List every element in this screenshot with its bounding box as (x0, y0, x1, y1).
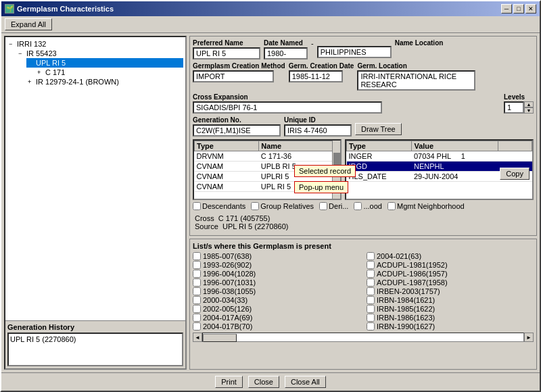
expand-all-button[interactable]: Expand All (5, 18, 52, 30)
attr-value-cell: NENPHL (412, 162, 498, 172)
table-row[interactable]: DRVNM C 171-36 (195, 151, 340, 162)
list-item[interactable]: IRBN-1986(1623) (367, 314, 534, 322)
levels-up-button[interactable]: ▲ (524, 101, 534, 107)
list-item[interactable]: ACDUPL-1986(1957) (367, 270, 534, 278)
generation-no-group: Generation No. C2W(F1,M1)ISE (193, 116, 281, 137)
list-item[interactable]: 1996-038(1055) (193, 287, 360, 295)
tree-item-c171[interactable]: + C 171 (36, 68, 183, 77)
date-named-label: Date Named (264, 39, 308, 47)
list-checkbox[interactable] (367, 296, 375, 304)
tree-item-irri132[interactable]: − IRRI 132 (7, 39, 183, 49)
list-item[interactable]: ACDUPL-1987(1958) (367, 278, 534, 287)
descendants-checkbox[interactable] (193, 202, 201, 210)
levels-input[interactable] (504, 101, 524, 114)
list-checkbox[interactable] (367, 314, 375, 322)
cross-expansion-value: SIGADIS/BPI 76-1 (193, 101, 382, 114)
checkbox-ood[interactable]: ...ood (354, 202, 382, 210)
row-germ-creation: Germplasm Creation Method IMPORT Germ. C… (193, 62, 534, 91)
scrollbar-track[interactable] (202, 333, 524, 342)
list-checkbox[interactable] (193, 296, 201, 304)
list-item[interactable]: 2002-005(126) (193, 305, 360, 313)
attr-type-cell: INGER (347, 151, 412, 162)
list-item[interactable]: 2004-021(63) (367, 252, 534, 260)
list-item[interactable]: 1996-007(1031) (193, 278, 360, 287)
checkbox-group-relatives[interactable]: Group Relatives (251, 202, 314, 210)
list-checkbox[interactable] (367, 278, 375, 287)
ood-checkbox[interactable] (354, 202, 362, 210)
tree-item-ir55423[interactable]: − IR 55423 (17, 49, 183, 58)
list-item[interactable]: IRBN-1990(1627) (367, 322, 534, 330)
checkboxes-row: Descendants Group Relatives Deri... ...o… (193, 200, 534, 212)
levels-down-button[interactable]: ▼ (524, 107, 534, 114)
scroll-left-button[interactable]: ◄ (193, 333, 202, 342)
list-checkbox[interactable] (367, 252, 375, 260)
list-checkbox[interactable] (193, 270, 201, 278)
tree-item-label: UPL RI 5 (36, 59, 66, 67)
table-row[interactable]: INGER 07034 PHL 1 (347, 151, 532, 162)
list-item[interactable]: 2000-034(33) (193, 296, 360, 304)
list-checkbox[interactable] (193, 287, 201, 295)
attr-type-cell: IRGD (347, 162, 412, 172)
list-item[interactable]: 2004-017B(70) (193, 322, 360, 330)
list-checkbox[interactable] (193, 314, 201, 322)
mgmt-neighborhood-checkbox[interactable] (387, 202, 396, 210)
preferred-name-group: Preferred Name UPL RI 5 (193, 39, 260, 59)
maximize-button[interactable]: □ (513, 4, 524, 14)
minimize-button[interactable]: ─ (501, 4, 512, 14)
list-label: IRBN-1985(1622) (377, 305, 435, 313)
list-item[interactable]: IRBEN-2003(1757) (367, 287, 534, 295)
window-title: Germplasm Characteristics (17, 5, 114, 13)
lists-grid: 1985-007(638)2004-021(63)1993-026(902)AC… (193, 252, 534, 330)
list-checkbox[interactable] (367, 261, 375, 269)
levels-spinner[interactable]: ▲ ▼ (504, 101, 534, 114)
attributes-table[interactable]: Type Value INGER 07034 PHL 1 (345, 139, 534, 200)
checkbox-mgmt-neighborhood[interactable]: Mgmt Neighborhood (387, 202, 465, 210)
list-item[interactable]: 1993-026(902) (193, 261, 360, 269)
draw-tree-button[interactable]: Draw Tree (355, 123, 402, 135)
main-content: − IRRI 132 − IR 55423 UPL RI 5 + C 171 + (1, 33, 540, 372)
ood-label: ...ood (363, 202, 382, 210)
deri-checkbox[interactable] (319, 202, 327, 210)
list-item[interactable]: 2004-017A(69) (193, 314, 360, 322)
close-button[interactable]: Close (248, 376, 279, 388)
window-icon: 🌱 (5, 4, 14, 14)
scroll-right-button[interactable]: ► (524, 333, 534, 342)
close-button[interactable]: ✕ (525, 4, 536, 14)
generation-history-section: Generation History UPL RI 5 (2270860) (5, 320, 185, 368)
tree-area[interactable]: − IRRI 132 − IR 55423 UPL RI 5 + C 171 + (5, 37, 185, 320)
list-checkbox[interactable] (193, 252, 201, 260)
cross-expansion-label: Cross Expansion (193, 93, 500, 101)
lists-section: List/s where this Germplasm is present 1… (189, 239, 537, 370)
list-checkbox[interactable] (193, 261, 201, 269)
close-all-button[interactable]: Close All (285, 376, 326, 388)
list-checkbox[interactable] (367, 305, 375, 313)
print-button[interactable]: Print (215, 376, 243, 388)
tree-item-uplri5[interactable]: UPL RI 5 (26, 58, 183, 68)
list-label: 2000-034(33) (203, 296, 248, 304)
list-checkbox[interactable] (367, 322, 375, 330)
germ-location-group: Germ. Location IRRI-INTERNATIONAL RICE R… (357, 62, 475, 91)
list-item[interactable]: IRBN-1985(1622) (367, 305, 534, 313)
attr-type-cell: HLS_DATE (347, 172, 412, 182)
date-separator: - (311, 39, 314, 48)
list-checkbox[interactable] (193, 322, 201, 330)
list-checkbox[interactable] (193, 278, 201, 287)
list-item[interactable]: 1996-004(1028) (193, 270, 360, 278)
checkbox-descendants[interactable]: Descendants (193, 202, 245, 210)
list-item[interactable]: 1985-007(638) (193, 252, 360, 260)
row-preferred-name: Preferred Name UPL RI 5 Date Named 1980-… (193, 39, 534, 59)
list-checkbox[interactable] (367, 287, 375, 295)
list-label: 2004-021(63) (377, 252, 421, 260)
list-item[interactable]: IRBN-1984(1621) (367, 296, 534, 304)
germ-creation-date-group: Germ. Creation Date 1985-11-12 (289, 62, 354, 82)
tree-item-ir12979[interactable]: + IR 12979-24-1 (BROWN) (26, 77, 183, 87)
copy-button[interactable]: Copy (500, 168, 530, 180)
cross-expansion-group: Cross Expansion SIGADIS/BPI 76-1 (193, 93, 500, 114)
list-checkbox[interactable] (193, 305, 201, 313)
attr-type-header: Type (347, 141, 412, 151)
list-label: 2004-017B(70) (203, 322, 252, 330)
list-item[interactable]: ACDUPL-1981(1952) (367, 261, 534, 269)
group-relatives-checkbox[interactable] (251, 202, 259, 210)
checkbox-deri[interactable]: Deri... (319, 202, 348, 210)
list-checkbox[interactable] (367, 270, 375, 278)
